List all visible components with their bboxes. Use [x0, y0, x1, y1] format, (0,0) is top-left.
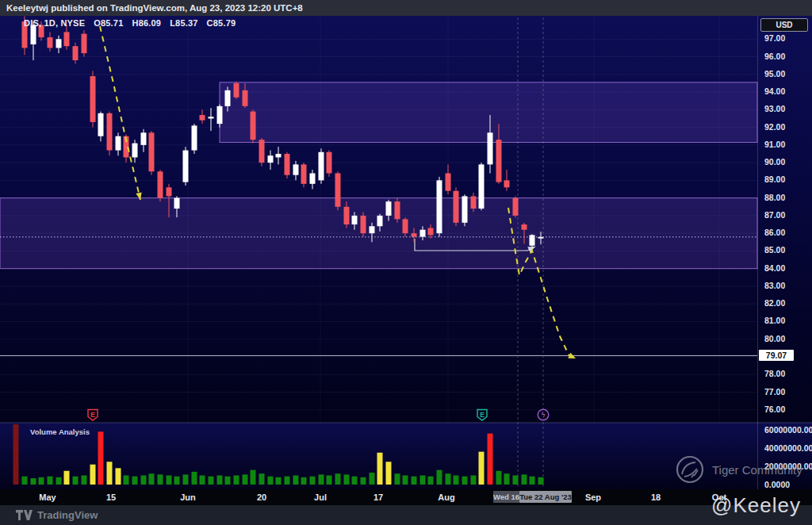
volume-bar: [301, 477, 307, 485]
volume-bar: [530, 477, 535, 485]
symbol-readout[interactable]: DIS, 1D, NYSEO85.71H86.09L85.37C85.79: [24, 17, 244, 30]
candle: [276, 154, 282, 157]
candle: [141, 132, 147, 145]
candle: [327, 152, 332, 174]
candle: [377, 216, 383, 226]
candle: [200, 115, 205, 121]
volume-bar: [420, 476, 426, 485]
candle: [234, 83, 239, 98]
time-axis[interactable]: May15Jun20Jul17AugSep18OctWed 16 Aug '23…: [0, 489, 812, 505]
price-axis-tick: 89.00: [764, 174, 785, 184]
volume-bar: [412, 477, 417, 485]
price-axis-tick: 91.00: [764, 140, 785, 149]
volume-bar: [251, 470, 256, 485]
candle: [158, 171, 163, 197]
candle: [344, 207, 350, 224]
volume-bar: [403, 476, 408, 485]
volume-bar: [149, 473, 155, 485]
candle: [395, 201, 400, 219]
ohlc-high: H86.09: [132, 18, 161, 28]
candle: [243, 90, 248, 106]
candle: [285, 154, 290, 175]
candle: [107, 113, 113, 151]
chart-area[interactable]: EEϟ DIS, 1D, NYSEO85.71H86.09L85.37C85.7…: [0, 16, 812, 489]
volume-bar: [192, 472, 197, 485]
volume-bar: [352, 477, 358, 485]
candle: [513, 198, 519, 216]
candle: [209, 117, 214, 118]
tradingview-published-chart: Keeleytwj published on TradingView.com, …: [0, 0, 812, 525]
candle: [504, 180, 510, 187]
volume-bar: [31, 478, 36, 485]
time-axis-tick: Jul: [314, 492, 327, 502]
volume-bar: [386, 462, 392, 485]
volume-bar: [377, 453, 383, 485]
tradingview-brand[interactable]: TradingView: [16, 509, 98, 521]
crosshair-date-label: Tue 22 Aug '23: [519, 491, 572, 503]
candle: [217, 106, 223, 124]
tiger-logo-icon: [674, 454, 706, 485]
candle: [496, 140, 502, 182]
time-axis-tick: 17: [373, 492, 383, 502]
candle: [56, 39, 62, 48]
zone-rect: [0, 198, 757, 269]
time-axis-tick: 18: [651, 492, 661, 502]
price-axis-tick: 94.00: [764, 86, 785, 96]
candle: [90, 76, 96, 122]
volume-bar: [217, 476, 223, 485]
volume-bar: [268, 477, 274, 485]
tradingview-logo-icon: [16, 510, 33, 520]
time-axis-tick: Sep: [585, 492, 601, 502]
volume-bar: [496, 471, 502, 485]
ohlc-low: L85.37: [170, 18, 197, 28]
price-volume-chart[interactable]: EEϟ: [0, 16, 812, 489]
candle: [167, 187, 172, 196]
volume-bar: [98, 431, 104, 485]
candle: [437, 180, 442, 233]
currency-toggle-button[interactable]: USD: [760, 18, 808, 32]
candle: [420, 230, 426, 237]
symbol-name[interactable]: DIS, 1D, NYSE: [24, 18, 85, 28]
tiger-community-watermark: Tiger Community: [674, 454, 802, 485]
tradingview-brand-text: TradingView: [37, 509, 98, 521]
price-axis-tick: 85.00: [764, 245, 785, 255]
candle: [132, 144, 138, 158]
volume-bar: [335, 473, 341, 485]
volume-pane-title[interactable]: Volume Analysis: [30, 427, 90, 436]
candle: [192, 125, 197, 150]
volume-bar: [285, 477, 290, 485]
candle: [522, 224, 527, 230]
candle: [116, 136, 121, 151]
published-info-bar: Keeleytwj published on TradingView.com, …: [0, 0, 812, 16]
volume-bar: [327, 476, 332, 485]
volume-bar: [513, 476, 519, 485]
volume-bar: [395, 473, 400, 485]
price-axis-tick: 83.00: [764, 281, 785, 290]
price-axis[interactable]: USD 79.07 97.0096.0095.0094.0093.0092.00…: [757, 16, 812, 489]
time-axis-tick: 20: [257, 492, 266, 502]
volume-bar: [446, 473, 451, 485]
price-axis-tick: 80.00: [764, 334, 785, 343]
price-axis-tick: 82.00: [764, 298, 785, 308]
candle: [293, 164, 299, 174]
volume-bar: [522, 474, 527, 485]
candle: [98, 113, 104, 136]
candle: [268, 155, 274, 163]
volume-bar: [259, 473, 265, 485]
candle: [428, 228, 434, 235]
candle: [370, 226, 375, 233]
price-axis-tick: 77.00: [764, 387, 785, 397]
price-axis-tick: 84.00: [764, 263, 785, 273]
candle: [319, 152, 324, 181]
candle: [386, 201, 392, 216]
event-flash-icon[interactable]: ϟ: [538, 409, 549, 420]
volume-bar: [200, 476, 205, 485]
volume-bar: [82, 476, 87, 485]
volume-bar: [243, 474, 248, 485]
price-axis-tick: 97.00: [764, 33, 785, 43]
candle: [412, 233, 417, 236]
time-axis-tick: 15: [106, 492, 116, 502]
candle: [446, 173, 451, 190]
candle: [183, 151, 189, 182]
price-axis-tick: 86.00: [764, 228, 785, 237]
